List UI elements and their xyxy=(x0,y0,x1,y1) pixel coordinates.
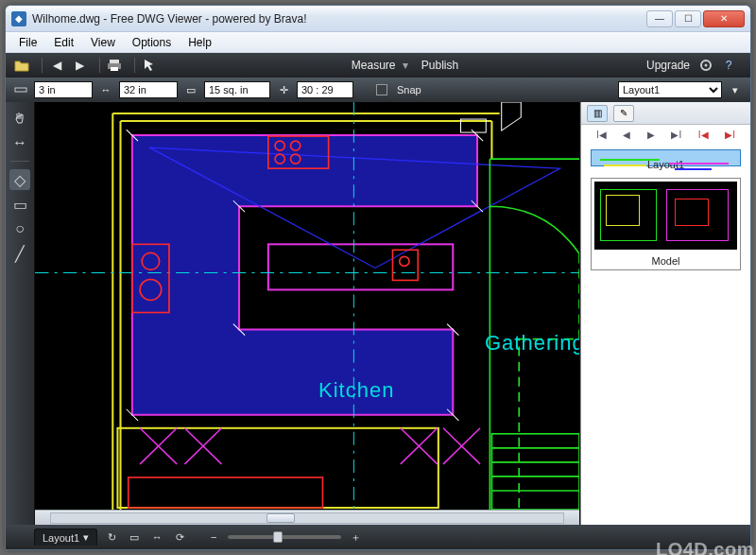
thumbnail-label: Model xyxy=(652,255,680,267)
upgrade-link[interactable]: Upgrade xyxy=(646,59,690,72)
svg-marker-6 xyxy=(132,135,477,415)
drawing-canvas[interactable]: Kitchen Gathering xyxy=(35,102,579,510)
separator xyxy=(42,58,43,73)
window-title: Wilhome.dwg - Free DWG Viewer - powered … xyxy=(32,12,644,26)
horizontal-scrollbar[interactable] xyxy=(35,510,579,525)
status-tab-label: Layout1 xyxy=(43,532,79,544)
thumbnail-preview xyxy=(594,182,737,250)
label-gathering: Gathering xyxy=(485,331,579,356)
refresh-icon[interactable]: ↻ xyxy=(103,529,120,546)
zoom-slider[interactable] xyxy=(228,535,341,539)
measure-menu[interactable]: Measure xyxy=(350,59,398,72)
zoom-in-icon[interactable]: ＋ xyxy=(347,529,364,546)
titlebar: ◆ Wilhome.dwg - Free DWG Viewer - powere… xyxy=(6,6,750,32)
menu-help[interactable]: Help xyxy=(180,34,219,51)
scroll-thumb[interactable] xyxy=(266,513,295,523)
menu-view[interactable]: View xyxy=(83,34,123,51)
separator xyxy=(99,58,100,73)
maximize-button[interactable]: ☐ xyxy=(675,10,701,27)
fitwidth-icon[interactable]: ↔ xyxy=(148,529,165,546)
tool-arrows[interactable]: ↔ xyxy=(9,132,30,153)
nav-next-icon[interactable]: ▶ xyxy=(644,130,659,140)
prev-icon[interactable]: ◀ xyxy=(48,57,65,74)
toolbar-center: Measure ▾ Publish xyxy=(163,59,646,72)
publish-menu[interactable]: Publish xyxy=(420,59,460,72)
dropdown-icon[interactable]: ▾ xyxy=(401,59,410,72)
pointer-icon[interactable] xyxy=(141,57,158,74)
menu-file[interactable]: File xyxy=(11,34,44,51)
svg-rect-2 xyxy=(111,67,118,71)
settings-icon[interactable] xyxy=(697,57,714,74)
ruler-icon[interactable] xyxy=(13,82,28,97)
menubar: File Edit View Options Help xyxy=(6,32,750,53)
measure-field-1[interactable] xyxy=(34,81,93,98)
divider xyxy=(10,161,29,162)
svg-rect-5 xyxy=(15,88,26,92)
right-panel-tabs: ▥ ✎ xyxy=(581,102,750,125)
menu-edit[interactable]: Edit xyxy=(46,34,81,51)
tool-strip: ↔ ◇ ▭ ○ ╱ xyxy=(6,102,34,525)
status-bar: Layout1 ▾ ↻ ▭ ↔ ⟳ − ＋ xyxy=(6,525,750,549)
zoom-out-icon[interactable]: − xyxy=(205,529,222,546)
svg-rect-26 xyxy=(129,477,323,508)
thumbnail-layout1[interactable]: Layout1 xyxy=(591,149,741,166)
drawing-svg xyxy=(35,102,579,510)
snap-label: Snap xyxy=(397,84,421,95)
tool-rect[interactable]: ▭ xyxy=(9,194,30,215)
fit-icon[interactable]: ▭ xyxy=(126,529,143,546)
thumbnail-nav: I◀ ◀ ▶ ▶I I◀ ▶I xyxy=(581,125,750,144)
tool-pan[interactable] xyxy=(9,108,30,129)
toolbar-measure: ↔ ▭ ✛ Snap Layout1 ▾ xyxy=(6,78,750,102)
measure-field-2[interactable] xyxy=(119,81,178,98)
help-icon[interactable]: ? xyxy=(720,57,737,74)
dimension-icon[interactable]: ↔ xyxy=(98,82,113,97)
tool-line[interactable]: ╱ xyxy=(9,243,30,264)
scroll-track[interactable] xyxy=(50,512,564,524)
app-window: ◆ Wilhome.dwg - Free DWG Viewer - powere… xyxy=(5,5,751,550)
open-icon[interactable] xyxy=(13,57,30,74)
close-button[interactable]: ✕ xyxy=(703,10,745,27)
canvas-area: Kitchen Gathering xyxy=(34,102,580,525)
measure-field-3[interactable] xyxy=(204,81,270,98)
status-tab[interactable]: Layout1 ▾ xyxy=(34,529,97,546)
nav-last-icon[interactable]: ▶I xyxy=(667,130,685,140)
svg-rect-24 xyxy=(393,250,419,280)
snap-checkbox[interactable] xyxy=(376,84,387,95)
svg-point-25 xyxy=(400,256,409,266)
body: ↔ ◇ ▭ ○ ╱ xyxy=(6,102,750,525)
layout-select[interactable]: Layout1 xyxy=(618,81,722,98)
separator xyxy=(134,58,135,73)
next-icon[interactable]: ▶ xyxy=(71,57,88,74)
svg-point-4 xyxy=(705,64,708,67)
svg-rect-11 xyxy=(491,434,579,510)
chevron-down-icon[interactable]: ▾ xyxy=(728,82,743,97)
minimize-button[interactable]: — xyxy=(646,10,673,27)
app-icon: ◆ xyxy=(11,11,26,26)
nav-first-icon[interactable]: I◀ xyxy=(593,130,610,140)
thumbnail-model[interactable]: Model xyxy=(591,178,741,270)
zoom-slider-thumb[interactable] xyxy=(273,531,283,543)
panel-tab-markup[interactable]: ✎ xyxy=(613,105,634,122)
label-kitchen: Kitchen xyxy=(318,378,394,403)
ratio-icon[interactable]: ✛ xyxy=(276,82,291,97)
area-icon[interactable]: ▭ xyxy=(183,82,198,97)
nav-stop-prev-icon[interactable]: I◀ xyxy=(695,130,713,140)
print-icon[interactable] xyxy=(106,57,123,74)
chevron-down-icon[interactable]: ▾ xyxy=(83,531,89,544)
nav-stop-next-icon[interactable]: ▶I xyxy=(721,130,739,140)
tool-circle[interactable]: ○ xyxy=(9,218,30,239)
menu-options[interactable]: Options xyxy=(125,34,179,51)
panel-tab-thumbnails[interactable]: ▥ xyxy=(587,105,608,122)
zoom-control: − ＋ xyxy=(205,529,364,546)
nav-prev-icon[interactable]: ◀ xyxy=(619,130,634,140)
tool-select[interactable]: ◇ xyxy=(9,169,30,190)
toolbar-primary: ◀ ▶ Measure ▾ Publish Upgrade ? xyxy=(6,53,750,78)
svg-rect-8 xyxy=(268,244,453,289)
svg-rect-7 xyxy=(117,428,438,508)
measure-field-4[interactable] xyxy=(297,81,353,98)
right-panel: ▥ ✎ I◀ ◀ ▶ ▶I I◀ ▶I Lay xyxy=(580,102,750,525)
thumbnail-list: Layout1 Model xyxy=(581,144,750,525)
rotate-icon[interactable]: ⟳ xyxy=(171,529,188,546)
